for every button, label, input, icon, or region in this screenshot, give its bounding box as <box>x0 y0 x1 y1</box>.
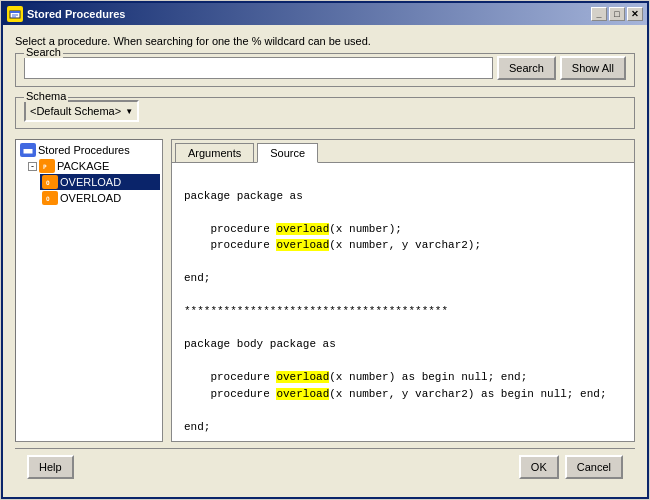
tree-panel: Stored Procedures - P PACKAGE <box>15 139 163 442</box>
svg-text:O: O <box>46 195 50 202</box>
window-controls: _ □ ✕ <box>591 7 643 21</box>
tree-overload-selected-label: OVERLOAD <box>60 176 121 188</box>
stored-procedures-icon <box>20 143 36 157</box>
svg-rect-1 <box>10 11 20 13</box>
tree-overload-2[interactable]: O OVERLOAD <box>40 190 160 206</box>
search-box[interactable] <box>24 57 493 79</box>
search-fieldset: Search Search Show All <box>15 53 635 87</box>
chevron-down-icon: ▼ <box>125 107 133 116</box>
description-text: Select a procedure. When searching for o… <box>15 35 635 47</box>
svg-text:O: O <box>46 179 50 186</box>
tree-overload-selected[interactable]: O OVERLOAD <box>40 174 160 190</box>
window-icon <box>7 6 23 22</box>
dialog-content: Select a procedure. When searching for o… <box>3 25 647 497</box>
main-window: Stored Procedures _ □ ✕ Select a procedu… <box>1 1 649 499</box>
schema-row: <Default Schema> ▼ <box>24 100 626 122</box>
ok-button[interactable]: OK <box>519 455 559 479</box>
cancel-button[interactable]: Cancel <box>565 455 623 479</box>
overload-icon: O <box>42 191 58 205</box>
schema-label: Schema <box>24 90 68 102</box>
maximize-button[interactable]: □ <box>609 7 625 21</box>
main-area: Stored Procedures - P PACKAGE <box>15 139 635 442</box>
help-button[interactable]: Help <box>27 455 74 479</box>
schema-fieldset: Schema <Default Schema> ▼ <box>15 97 635 129</box>
search-row: Search Show All <box>24 56 626 80</box>
tree-overload-2-label: OVERLOAD <box>60 192 121 204</box>
svg-text:P: P <box>43 163 47 170</box>
search-input[interactable] <box>28 59 489 77</box>
right-panel: Arguments Source package package as proc… <box>171 139 635 442</box>
title-bar: Stored Procedures _ □ ✕ <box>3 3 647 25</box>
tab-source[interactable]: Source <box>257 143 318 163</box>
overload-selected-icon: O <box>42 175 58 189</box>
svg-rect-5 <box>23 147 33 149</box>
tree-package-label: PACKAGE <box>57 160 109 172</box>
search-label: Search <box>24 46 63 58</box>
schema-dropdown[interactable]: <Default Schema> ▼ <box>24 100 139 122</box>
tree-root-label: Stored Procedures <box>38 144 130 156</box>
collapse-icon[interactable]: - <box>28 162 37 171</box>
window-title: Stored Procedures <box>27 8 587 20</box>
tree-root[interactable]: Stored Procedures <box>18 142 160 158</box>
schema-value: <Default Schema> <box>30 105 121 117</box>
tab-arguments[interactable]: Arguments <box>175 143 254 162</box>
search-button[interactable]: Search <box>497 56 556 80</box>
minimize-button[interactable]: _ <box>591 7 607 21</box>
code-area: package package as procedure overload(x … <box>172 163 634 441</box>
tab-bar: Arguments Source <box>172 140 634 163</box>
package-icon: P <box>39 159 55 173</box>
bottom-right-buttons: OK Cancel <box>519 455 623 479</box>
show-all-button[interactable]: Show All <box>560 56 626 80</box>
close-button[interactable]: ✕ <box>627 7 643 21</box>
tree-package[interactable]: - P PACKAGE <box>26 158 160 174</box>
bottom-bar: Help OK Cancel <box>15 448 635 487</box>
